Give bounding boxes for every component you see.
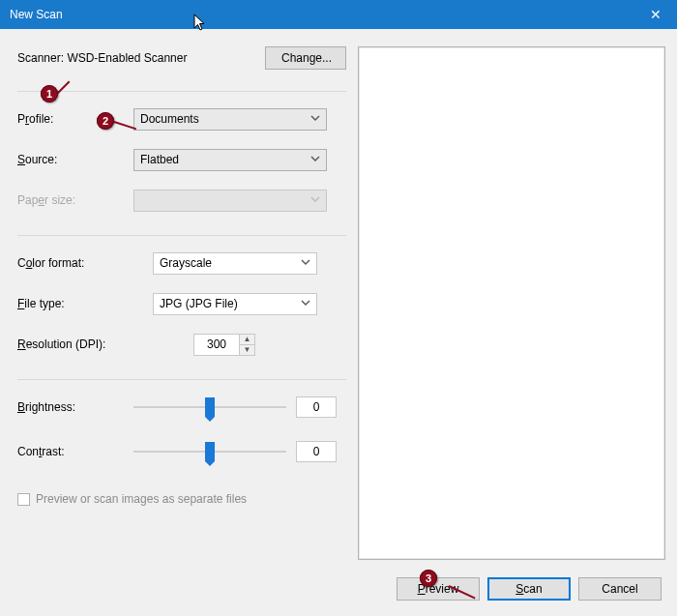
profile-label: Profile: — [17, 112, 133, 126]
resolution-label: Resolution (DPI): — [17, 337, 153, 351]
file-type-select[interactable]: JPG (JPG File) — [153, 293, 317, 315]
slider-thumb-icon[interactable] — [205, 442, 215, 461]
new-scan-dialog: New Scan ✕ Scanner: WSD-Enabled Scanner … — [0, 0, 677, 616]
close-icon: ✕ — [650, 7, 662, 22]
preview-button[interactable]: Preview — [397, 577, 480, 601]
paper-size-label: Paper size: — [17, 193, 133, 207]
brightness-slider[interactable] — [133, 396, 286, 419]
contrast-value[interactable]: 0 — [296, 441, 337, 462]
scan-button[interactable]: Scan — [487, 577, 571, 601]
profile-select[interactable]: Documents — [133, 108, 327, 131]
slider-thumb-icon[interactable] — [205, 397, 215, 417]
cancel-button[interactable]: Cancel — [578, 577, 662, 601]
divider — [17, 91, 346, 92]
file-type-label: File type: — [17, 297, 153, 310]
chevron-down-icon — [310, 153, 320, 166]
separate-files-label: Preview or scan images as separate files — [36, 492, 247, 506]
color-format-label: Color format: — [17, 256, 153, 270]
divider — [17, 235, 346, 236]
separate-files-checkbox-row: Preview or scan images as separate files — [17, 492, 346, 506]
source-select[interactable]: Flatbed — [133, 149, 327, 171]
scanner-label: Scanner: WSD-Enabled Scanner — [17, 51, 265, 65]
window-close-button[interactable]: ✕ — [633, 0, 677, 29]
brightness-value[interactable]: 0 — [296, 396, 337, 418]
annotation-badge-1: 1 — [41, 85, 58, 103]
color-format-select[interactable]: Grayscale — [153, 252, 317, 275]
paper-size-select — [133, 190, 327, 212]
separate-files-checkbox — [17, 493, 30, 506]
window-title: New Scan — [10, 8, 63, 21]
spinner-up-icon[interactable]: ▲ — [240, 335, 254, 345]
scan-preview-area — [358, 46, 665, 560]
contrast-slider[interactable] — [133, 440, 286, 463]
dialog-footer: 3 Preview Scan Cancel — [0, 570, 677, 616]
chevron-down-icon — [301, 256, 310, 270]
chevron-down-icon — [301, 297, 310, 310]
chevron-down-icon — [310, 193, 320, 207]
contrast-label: Contrast: — [17, 445, 133, 458]
spinner-down-icon[interactable]: ▼ — [240, 345, 254, 355]
resolution-spinner[interactable]: 300 ▲ ▼ — [193, 334, 255, 356]
divider — [17, 379, 346, 380]
brightness-label: Brightness: — [17, 400, 133, 414]
titlebar: New Scan ✕ — [0, 0, 677, 29]
source-label: Source: — [17, 153, 133, 166]
chevron-down-icon — [310, 112, 320, 126]
settings-pane: Scanner: WSD-Enabled Scanner Change... 1… — [17, 46, 346, 560]
change-scanner-button[interactable]: Change... — [265, 46, 346, 70]
